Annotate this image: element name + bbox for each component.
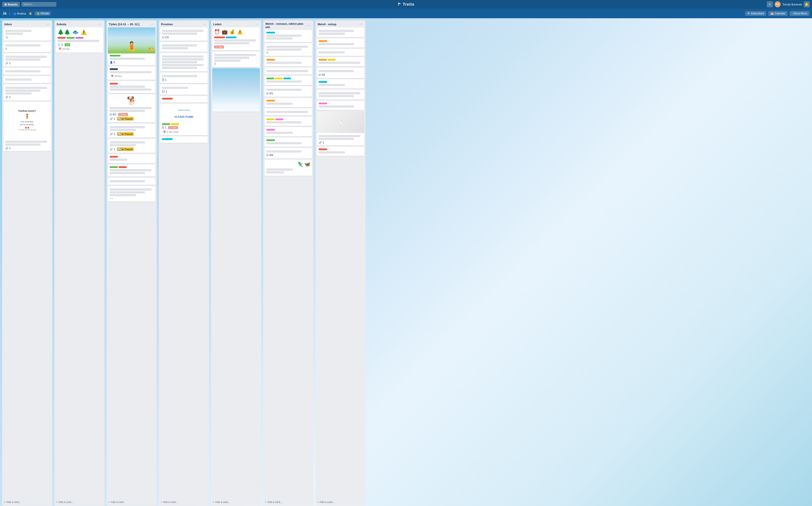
card-eshop-5[interactable]: ☑ 0/1 [317,68,364,78]
card-image: 🧘 🎫 [108,27,155,54]
card-tyden-b1[interactable] [108,178,155,185]
avatar[interactable]: TB [774,1,781,7]
attachment-badge: 📎 2 [57,43,63,46]
list-body-tyden: 🧘 🎫 👤 5 [107,27,157,498]
card-melvil-6[interactable]: ☑ 0/1 [265,86,312,97]
card[interactable] [3,68,51,75]
card-leden-2[interactable]: ☰ [212,52,260,67]
card-eshop-8[interactable] [317,101,364,110]
card-prosinec-2[interactable] [160,42,208,52]
card-melvil-11[interactable] [265,138,312,147]
card-prosinec-5[interactable]: 💬 1 [160,84,208,95]
card-melvil-1[interactable] [265,30,312,42]
list-menu-button[interactable]: ··· [150,22,154,26]
card-sobota-1[interactable]: 🌲🌲 🐟 ⚠️ 📎 2 3/3 📅 28 Dec [56,27,103,53]
show-menu-button[interactable]: ‹ Show Menu [790,11,809,16]
list-menu-button[interactable]: ··· [307,23,311,27]
list-menu-button[interactable]: ··· [46,22,50,26]
due-date: 📅 28 Dec [57,47,71,51]
card-leden-1[interactable]: ⏰ 💼 💰 ⚠️ 11 Dec [212,27,260,50]
plus-icon: + [265,501,267,504]
card[interactable]: 📎 [3,27,51,40]
card-melvil-3[interactable] [265,57,312,66]
card-intransit-2[interactable]: 🔗 1 🔄 In Transit [108,124,155,138]
boards-icon: ⊞ [4,3,7,6]
count-badge: ☑ 0/1 [319,73,325,76]
card-prosinec-red[interactable] [160,96,208,102]
due-date: 📅 5 Jan 2016 [162,130,180,134]
card-eshop-1[interactable] [317,27,364,37]
count-badge: ☑ 0/1 [266,92,273,95]
card-melvil-9[interactable] [265,117,312,126]
card-melvil-8[interactable] [265,108,312,115]
checklist-badge: ☑ 6/7 [110,113,116,116]
card-tyden-multi[interactable] [108,165,155,176]
card[interactable]: 🔗 1 [3,53,51,67]
card-intransit-3[interactable]: 🔗 1 🔄 In Transit [108,139,155,153]
calendar-button[interactable]: 📅 Calendar [768,11,788,16]
plus-icon: + [4,501,5,504]
card-eshop-7[interactable] [317,90,364,99]
add-card-button[interactable]: + Add a card... [54,499,105,505]
card-eshop-6[interactable] [317,79,364,88]
create-button[interactable]: + [767,1,773,7]
add-card-button[interactable]: + Add a card... [159,499,209,505]
add-card-button[interactable]: + Add a card... [211,499,261,505]
card-stamp[interactable]: 🦎 🦋 [265,160,312,176]
card-feelings[interactable]: Feeling lonely? 🧍 Just remember,you're n… [3,102,51,151]
card-eshop-image[interactable]: 📄 🔗 1 [317,111,364,146]
desc-badge: ☰ 1 [162,126,166,129]
boards-button[interactable]: ⊞ Boards [2,2,20,7]
card-melvil-12[interactable]: ☑ 9/9 [265,148,312,158]
card-tyden-b2[interactable]: = = [108,186,155,201]
list-title: Týden [14.12. – 20. 12.] [109,23,139,26]
add-card-button[interactable]: + Add a card... [107,499,157,505]
card-eshop-4[interactable] [317,57,364,66]
card-eshop-3[interactable] [317,49,364,56]
card-melvil-2[interactable]: ☰ [265,43,312,56]
card[interactable]: ☰ [3,42,51,52]
count-badge: 🔗 1 [5,62,11,65]
list-menu-button[interactable]: ··· [359,22,363,26]
card-prosinec-cyan[interactable] [160,137,208,143]
list-menu-button[interactable]: ··· [254,22,259,26]
star-button[interactable]: ⭐ [28,12,32,15]
subscribed-button[interactable]: 👁 Subscribed [745,11,766,16]
notification-button[interactable]: 🔔 [804,1,810,7]
card-dog[interactable]: 🐕 ☑ 6/7 13 Dec 🔗 1 🔄 In Transit [108,94,155,122]
card[interactable] [3,76,51,83]
card-melvil-4[interactable] [265,68,312,75]
card-melvil-10[interactable] [265,127,312,136]
list-header-inbox: Inbox ··· [2,20,52,27]
card-tyden-3[interactable] [108,81,155,93]
add-card-button[interactable]: + Add a card... [316,499,365,505]
card-melvil-7[interactable] [265,98,312,107]
card-eshop-2[interactable] [317,38,364,48]
checklist-badge: 3/3 [65,43,70,46]
board-header-right: 👁 Subscribed 📅 Calendar ‹ Show Menu [745,11,809,16]
list-body-inbox: 📎 ☰ 🔗 1 [2,27,52,498]
card-eshop-red[interactable] [317,147,364,156]
card-prosinec-4[interactable]: ☰ 1 [160,73,208,83]
list-sobota: Sobota ··· 🌲🌲 🐟 ⚠️ 📎 2 3/3 [54,20,105,506]
card-melvil-5[interactable] [265,76,312,85]
card-yoga[interactable]: 🧘 🎫 👤 5 [108,27,155,65]
card-prosinec-1[interactable]: ☑ 1/3 [160,27,208,40]
search-input[interactable] [21,2,56,7]
card-winter[interactable] [212,68,260,112]
list-menu-button[interactable]: ··· [202,22,207,26]
list-title: Prosinec [161,23,173,26]
list-menu-button[interactable]: ··· [98,22,102,26]
list-body-leden: ⏰ 💼 💰 ⚠️ 11 Dec ☰ [211,27,261,498]
list-body-melvil: ☰ [263,30,313,498]
attachment-badge: 📎 [5,36,8,39]
card[interactable]: 🔗 1 [3,84,51,100]
add-card-button[interactable]: + Add a card... [2,499,52,505]
list-header-eshop: Melvil - eshop ··· [316,20,365,27]
team-icon: 👥 [13,12,16,15]
card-vltava[interactable]: 〰〰 VLTAVA FUND ☰ 1 22 Dec 📅 5 Jan 2016 [160,104,208,135]
card-tyden-2[interactable]: 📅 28 Dec [108,67,155,80]
card-tyden-red[interactable] [108,154,155,163]
add-card-button[interactable]: + Add a card... [263,499,313,505]
card-prosinec-3[interactable] [160,53,208,71]
